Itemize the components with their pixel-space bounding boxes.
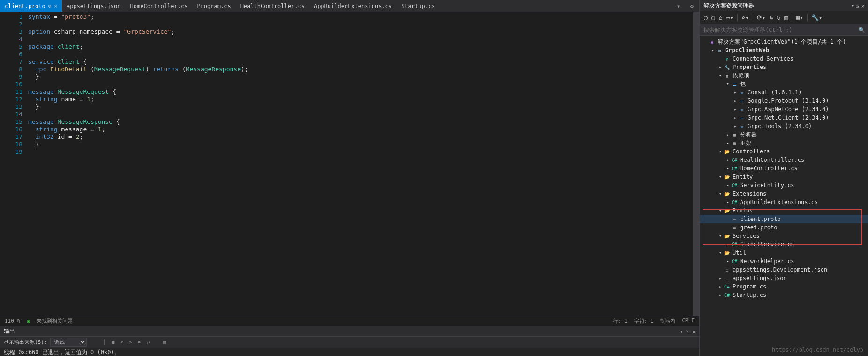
tab-appsettings-json[interactable]: appsettings.json: [62, 0, 126, 12]
output-dropdown-icon[interactable]: ▾: [680, 328, 683, 335]
expand-arrow-icon[interactable]: [725, 259, 731, 264]
collapse-icon[interactable]: ⇆: [768, 13, 775, 22]
tabs-overflow[interactable]: ▾ ✿: [675, 0, 696, 12]
tab-HomeController-cs[interactable]: HomeController.cs: [126, 0, 193, 12]
tree-node[interactable]: ▦框架: [700, 139, 868, 147]
expand-arrow-icon[interactable]: [718, 276, 723, 280]
tree-node[interactable]: ▭Grpc.AspNetCore (2.34.0): [700, 105, 868, 114]
show-all-icon[interactable]: ▥: [783, 13, 789, 22]
refresh-icon[interactable]: ↻: [775, 13, 782, 22]
tree-node[interactable]: C#AppBuilderExtensions.cs: [700, 198, 868, 206]
window-dropdown-icon[interactable]: ▾: [851, 3, 854, 9]
pin-icon[interactable]: ⇲: [686, 328, 689, 335]
search-icon[interactable]: 🔍: [855, 27, 868, 33]
zoom-level[interactable]: 110 %: [5, 318, 20, 324]
tree-node[interactable]: ▭Grpc.Net.Client (2.34.0): [700, 114, 868, 122]
output-prev-icon[interactable]: ↶: [119, 339, 125, 345]
tree-node[interactable]: 📂Services: [700, 232, 868, 240]
tree-node[interactable]: ▭Google.Protobuf (3.14.0): [700, 97, 868, 105]
switch-view-icon[interactable]: ▭▾: [725, 13, 735, 22]
tree-node[interactable]: ☰包: [700, 80, 868, 88]
tree-node[interactable]: ▣解决方案"GrpcClientWeb"(1 个项目/共 1 个): [700, 38, 868, 46]
tree-node[interactable]: 📂Controllers: [700, 147, 868, 156]
back-icon[interactable]: ◯: [703, 13, 709, 22]
expand-arrow-icon[interactable]: [718, 250, 723, 255]
tree-node[interactable]: C#ClientService.cs: [700, 240, 868, 249]
expand-arrow-icon[interactable]: [725, 166, 731, 171]
tree-node[interactable]: ▦依赖项: [700, 71, 868, 80]
expand-arrow-icon[interactable]: [718, 73, 723, 78]
expand-arrow-icon[interactable]: [718, 174, 723, 179]
expand-arrow-icon[interactable]: [725, 200, 731, 205]
preview-icon[interactable]: 🔧▾: [810, 13, 824, 22]
editor-scrollbar[interactable]: [693, 12, 699, 316]
expand-arrow-icon[interactable]: [718, 65, 723, 69]
tree-node[interactable]: C#Program.cs: [700, 282, 868, 291]
tree-node[interactable]: 📂Util: [700, 249, 868, 257]
expand-arrow-icon[interactable]: [718, 293, 723, 297]
tree-node[interactable]: C#HealthController.cs: [700, 156, 868, 164]
expand-arrow-icon[interactable]: [718, 149, 723, 154]
tree-node[interactable]: ▭GrpcClientWeb: [700, 46, 868, 54]
tree-node[interactable]: C#Startup.cs: [700, 291, 868, 299]
tree-node[interactable]: ▭Consul (1.6.1.1): [700, 88, 868, 97]
expand-arrow-icon[interactable]: [725, 158, 731, 162]
expand-arrow-icon[interactable]: [733, 90, 738, 95]
output-wrap-icon[interactable]: ↵: [145, 339, 151, 345]
expand-arrow-icon[interactable]: [718, 284, 723, 289]
solution-tree[interactable]: ▣解决方案"GrpcClientWeb"(1 个项目/共 1 个)▭GrpcCl…: [700, 36, 868, 356]
tree-node[interactable]: 📂Extensions: [700, 189, 868, 198]
output-tb-icon[interactable]: │: [102, 339, 108, 345]
filter-icon[interactable]: ⌕▾: [740, 13, 750, 22]
tree-node[interactable]: ☐appsettings.json: [700, 274, 868, 282]
expand-arrow-icon[interactable]: [733, 115, 738, 120]
output-goto-icon[interactable]: ≣: [110, 339, 116, 345]
tab-Startup-cs[interactable]: Startup.cs: [397, 0, 440, 12]
expand-arrow-icon[interactable]: [718, 191, 723, 196]
home-icon[interactable]: ⌂: [718, 13, 724, 22]
ico-foldo-icon: 📂: [723, 148, 731, 155]
tree-node[interactable]: ▦分析器: [700, 130, 868, 139]
tree-node[interactable]: 📂Entity: [700, 173, 868, 181]
pin-icon[interactable]: ⊕: [48, 3, 52, 9]
output-source-select[interactable]: 调试: [50, 338, 87, 347]
tab-client-proto[interactable]: client.proto⊕✕: [0, 0, 62, 12]
close-icon[interactable]: ✕: [54, 3, 57, 9]
close-icon[interactable]: ✕: [861, 3, 864, 9]
expand-arrow-icon[interactable]: [725, 132, 731, 137]
tree-node[interactable]: C#ServiceEntity.cs: [700, 181, 868, 189]
forward-icon[interactable]: ◯: [710, 13, 717, 22]
code-editor[interactable]: 12345678910111213141516171819 syntax = "…: [0, 12, 699, 316]
sync-icon[interactable]: ⟳▾: [756, 13, 767, 22]
solution-search-input[interactable]: [700, 27, 855, 33]
expand-arrow-icon[interactable]: [733, 124, 738, 129]
tree-node[interactable]: C#NetworkHelper.cs: [700, 257, 868, 265]
tree-node[interactable]: C#HomeController.cs: [700, 164, 868, 173]
tree-node[interactable]: ▭Grpc.Tools (2.34.0): [700, 122, 868, 130]
expand-arrow-icon[interactable]: [718, 234, 723, 238]
expand-arrow-icon[interactable]: [725, 82, 731, 86]
tab-HealthController-cs[interactable]: HealthController.cs: [236, 0, 309, 12]
tree-node[interactable]: ≡greet.proto: [700, 223, 868, 232]
expand-arrow-icon[interactable]: [718, 208, 723, 213]
output-toolbar: 显示输出来源(S): 调试 │ ≣ ↶ ↷ ✖ ↵ ▦: [0, 336, 699, 348]
tree-node[interactable]: 🔧Properties: [700, 63, 868, 71]
tree-node[interactable]: 📂Protos: [700, 206, 868, 215]
tab-Program-cs[interactable]: Program.cs: [192, 0, 235, 12]
output-clear-icon[interactable]: ✖: [136, 339, 142, 345]
expand-arrow-icon[interactable]: [725, 141, 731, 145]
expand-arrow-icon[interactable]: [710, 48, 716, 53]
pin-icon[interactable]: ⇲: [856, 3, 860, 9]
tree-node[interactable]: ≡client.proto: [700, 215, 868, 223]
expand-arrow-icon[interactable]: [733, 98, 738, 103]
tree-node[interactable]: ⊕Connected Services: [700, 54, 868, 63]
properties-icon[interactable]: ▦▾: [794, 13, 805, 22]
close-icon[interactable]: ✕: [692, 328, 696, 335]
output-next-icon[interactable]: ↷: [127, 339, 134, 345]
tree-node[interactable]: ☐appsettings.Development.json: [700, 265, 868, 274]
tab-AppBuilderExtensions-cs[interactable]: AppBuilderExtensions.cs: [309, 0, 397, 12]
expand-arrow-icon[interactable]: [725, 183, 731, 188]
expand-arrow-icon[interactable]: [733, 107, 738, 112]
output-extra-icon[interactable]: ▦: [161, 339, 167, 345]
expand-arrow-icon[interactable]: [725, 242, 731, 247]
